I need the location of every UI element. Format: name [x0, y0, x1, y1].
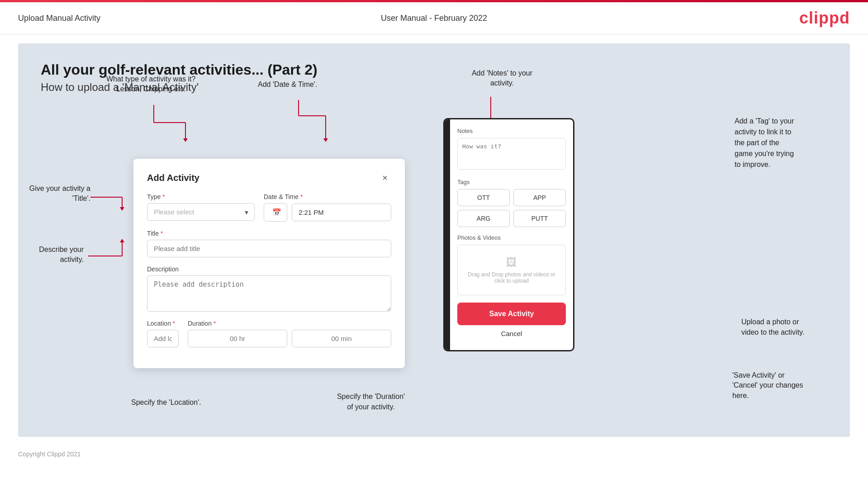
desc-input[interactable] [147, 275, 391, 312]
date-label: Date & Time * [264, 193, 391, 200]
close-button[interactable]: × [379, 171, 391, 184]
title-label: Title * [147, 230, 391, 237]
tags-grid: OTT APP ARG PUTT [457, 189, 566, 227]
copyright-text: Copyright Clippd 2021 [18, 450, 81, 458]
type-select[interactable]: Please select [147, 203, 255, 221]
save-activity-button[interactable]: Save Activity [457, 303, 566, 325]
photos-drop-text: Drag and Drop photos and videos or click… [462, 271, 561, 284]
tag-ott[interactable]: OTT [457, 189, 510, 206]
manual-label: User Manual - February 2022 [381, 14, 487, 23]
modal-title: Add Activity [147, 173, 199, 183]
svg-marker-13 [120, 239, 124, 242]
title-input[interactable] [147, 240, 391, 257]
ann-photo: Upload a photo or video to the activity. [741, 317, 845, 337]
logo: clippd [799, 9, 850, 28]
duration-label: Duration * [188, 320, 391, 327]
ann-location: Specify the 'Location'. [131, 398, 201, 407]
svg-marker-7 [323, 138, 328, 142]
notes-section-label: Notes [457, 128, 566, 134]
location-group: Location * [147, 320, 179, 347]
calendar-icon: 📅 [272, 208, 281, 217]
tags-section: Tags OTT APP ARG PUTT [457, 179, 566, 227]
top-bar: Upload Manual Activity User Manual - Feb… [0, 2, 868, 34]
time-input[interactable] [292, 204, 391, 221]
type-required: * [162, 193, 165, 200]
phone-mockup: Notes Tags OTT APP ARG PUTT Photos & Vid… [443, 118, 574, 351]
duration-group: Duration * [188, 320, 391, 347]
location-duration-row: Location * Duration * [147, 320, 391, 347]
ann-notes: Add 'Notes' to your activity. [461, 68, 543, 89]
ann-save: 'Save Activity' or 'Cancel' your changes… [732, 370, 845, 401]
ann-duration: Specify the 'Duration' of your activity. [326, 392, 416, 412]
tag-app[interactable]: APP [513, 189, 566, 206]
notes-textarea[interactable] [457, 138, 566, 170]
type-select-wrapper[interactable]: Please select [147, 203, 255, 221]
ann-desc: Describe your activity. [20, 245, 84, 265]
location-label: Location * [147, 320, 179, 327]
svg-marker-10 [120, 207, 124, 211]
ann-title: Give your activity a 'Title'. [20, 184, 90, 204]
type-group: Type * Please select [147, 193, 255, 222]
page-label: Upload Manual Activity [18, 14, 100, 23]
main-content: All your golf-relevant activities... (Pa… [18, 43, 850, 437]
title-required: * [161, 230, 163, 237]
duration-hr-input[interactable] [188, 330, 287, 347]
svg-marker-3 [183, 138, 188, 142]
tag-arg[interactable]: ARG [457, 210, 510, 227]
loc-required: * [173, 320, 175, 327]
desc-row: Description [147, 265, 391, 312]
title-row: Title * [147, 230, 391, 257]
ann-tag: Add a 'Tag' to your activity to link it … [735, 116, 843, 170]
duration-min-input[interactable] [292, 330, 391, 347]
ann-date: Add 'Date & Time'. [258, 80, 318, 90]
type-date-row: Type * Please select Date & Time * [147, 193, 391, 222]
tag-putt[interactable]: PUTT [513, 210, 566, 227]
title-group: Title * [147, 230, 391, 257]
dur-required: * [213, 320, 216, 327]
date-time-group: 📅 [264, 203, 391, 222]
location-input[interactable] [147, 330, 179, 347]
tags-section-label: Tags [457, 179, 566, 185]
photos-section: Photos & Videos 🖼 Drag and Drop photos a… [457, 234, 566, 295]
date-group: Date & Time * 📅 [264, 193, 391, 222]
footer: Copyright Clippd 2021 [0, 446, 868, 462]
desc-label: Description [147, 265, 391, 273]
add-activity-modal: Add Activity × Type * Please select Date… [133, 159, 405, 368]
type-label: Type * [147, 193, 255, 200]
photos-icon: 🖼 [462, 256, 561, 269]
desc-group: Description [147, 265, 391, 312]
ann-type: What type of activity was it? Lesson, Ch… [106, 74, 195, 95]
date-input-wrapper[interactable]: 📅 [264, 203, 287, 222]
photos-section-label: Photos & Videos [457, 234, 566, 241]
modal-header: Add Activity × [147, 171, 391, 184]
date-required: * [300, 193, 303, 200]
duration-inputs [188, 330, 391, 347]
photos-drop-zone[interactable]: 🖼 Drag and Drop photos and videos or cli… [457, 245, 566, 295]
cancel-button[interactable]: Cancel [501, 330, 522, 337]
